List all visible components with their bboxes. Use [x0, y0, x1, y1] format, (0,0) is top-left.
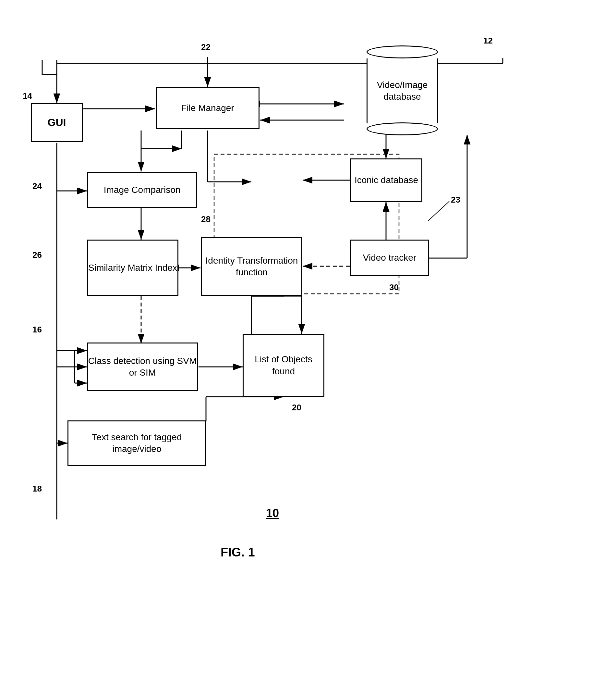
label-24: 24 [32, 181, 42, 191]
figure-number: 10 [266, 506, 279, 520]
cylinder-bottom [367, 122, 438, 135]
figure-title: FIG. 1 [220, 545, 255, 559]
label-30: 30 [389, 282, 399, 293]
iconic-db-box: Iconic database [350, 158, 422, 202]
label-18: 18 [32, 484, 42, 494]
label-12: 12 [483, 36, 493, 46]
text-search-box: Text search for tagged image/video [68, 420, 206, 466]
class-detection-box: Class detection using SVM or SIM [87, 343, 198, 391]
similarity-matrix-box: Similarity Matrix Index [87, 240, 178, 296]
image-comparison-box: Image Comparison [87, 172, 197, 208]
label-14: 14 [23, 91, 32, 101]
gui-box: GUI [31, 103, 83, 142]
list-objects-box: List of Objects found [243, 334, 325, 397]
identity-transform-box: Identity Transformation function [201, 237, 302, 296]
video-tracker-box: Video tracker [350, 240, 429, 276]
svg-line-44 [428, 201, 449, 221]
file-manager-box: File Manager [156, 87, 259, 129]
label-20: 20 [292, 403, 301, 413]
label-22: 22 [201, 42, 211, 52]
label-23: 23 [451, 195, 460, 205]
label-28: 28 [201, 214, 211, 224]
video-image-db: Video/Image database [367, 45, 438, 135]
diagram-container: GUI File Manager Video/Image database Im… [0, 0, 616, 698]
label-16: 16 [32, 325, 42, 335]
label-26: 26 [32, 250, 42, 260]
cylinder-body: Video/Image database [367, 58, 438, 123]
cylinder-top [367, 45, 438, 58]
